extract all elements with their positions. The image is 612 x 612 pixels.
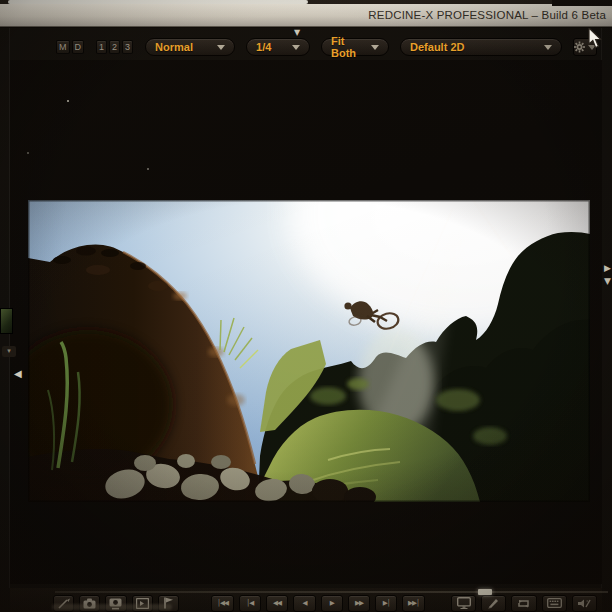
screen-glare (52, 604, 172, 610)
skip-to-start-button[interactable]: │◀◀ (211, 595, 233, 612)
thumb-caret-button[interactable]: ▾ (2, 346, 16, 357)
rewind-button[interactable]: ◀◀ (266, 595, 288, 612)
video-frame (28, 200, 590, 502)
chevron-down-icon (544, 45, 552, 50)
view-3-button[interactable]: 3 (122, 40, 133, 54)
dust-speck (147, 168, 149, 170)
timeline-scrubber[interactable] (55, 591, 608, 593)
playback-quality-value: 1/4 (256, 41, 271, 53)
expand-panel-arrow[interactable]: ▼ (604, 276, 611, 286)
next-view-arrow[interactable]: ▶ (604, 263, 611, 273)
chevron-down-icon (217, 45, 225, 50)
corner-notch (552, 0, 612, 6)
clip-thumbnail[interactable] (0, 308, 13, 334)
mouse-cursor (588, 28, 604, 50)
fullscreen-monitor-button[interactable] (451, 595, 476, 612)
play-button[interactable]: ▶ (321, 595, 343, 612)
fast-forward-button[interactable]: ▶▶ (348, 595, 370, 612)
audio-settings-button[interactable] (572, 595, 597, 612)
mark-in-button[interactable]: M (56, 40, 70, 54)
loop-icon (516, 598, 531, 609)
loop-playback-button[interactable] (511, 595, 536, 612)
window-title: REDCINE-X PROFESSIONAL – Build 6 Beta (368, 9, 612, 21)
prev-view-arrow[interactable]: ◀ (14, 368, 22, 379)
pointer-tool-button[interactable] (481, 595, 506, 612)
skip-to-end-button[interactable]: ▶▶│ (402, 595, 424, 612)
mark-out-button[interactable]: D (72, 40, 85, 54)
fit-mode-value: Fit Both (331, 35, 361, 59)
color-preset-dropdown[interactable]: Default 2D (400, 38, 562, 56)
prev-clip-button[interactable]: │◀ (239, 595, 261, 612)
chevron-down-icon (371, 45, 379, 50)
keyboard-icon (547, 598, 562, 608)
color-preset-value: Default 2D (410, 41, 464, 53)
view-1-button[interactable]: 1 (96, 40, 107, 54)
next-clip-button[interactable]: ▶│ (375, 595, 397, 612)
pointer-icon (487, 597, 500, 609)
gear-icon (574, 41, 585, 53)
view-mode-dropdown[interactable]: Normal (145, 38, 235, 56)
monitor-icon (457, 597, 471, 609)
step-back-button[interactable]: ◀ (293, 595, 315, 612)
view-2-button[interactable]: 2 (109, 40, 120, 54)
audio-icon (577, 598, 592, 609)
timeline-playhead[interactable] (478, 589, 492, 595)
app-window: ▼ M D 1 2 3 Normal 1/4 Fit Both (0, 28, 612, 612)
dust-speck (67, 100, 69, 102)
playback-quality-dropdown[interactable]: 1/4 (246, 38, 310, 56)
dust-speck (27, 152, 29, 154)
fit-mode-dropdown[interactable]: Fit Both (321, 38, 389, 56)
window-titlebar: REDCINE-X PROFESSIONAL – Build 6 Beta (0, 4, 612, 27)
monitor-photo: REDCINE-X PROFESSIONAL – Build 6 Beta ▼ … (0, 0, 612, 612)
video-frame-image (28, 200, 590, 502)
view-mode-value: Normal (155, 41, 193, 53)
viewer-canvas: ▶ ▼ ▾ ◀ (10, 60, 602, 584)
chevron-down-icon (292, 45, 300, 50)
keyboard-shortcuts-button[interactable] (542, 595, 567, 612)
viewer-toolbar: M D 1 2 3 Normal 1/4 Fit Both Default 2D (10, 35, 602, 59)
